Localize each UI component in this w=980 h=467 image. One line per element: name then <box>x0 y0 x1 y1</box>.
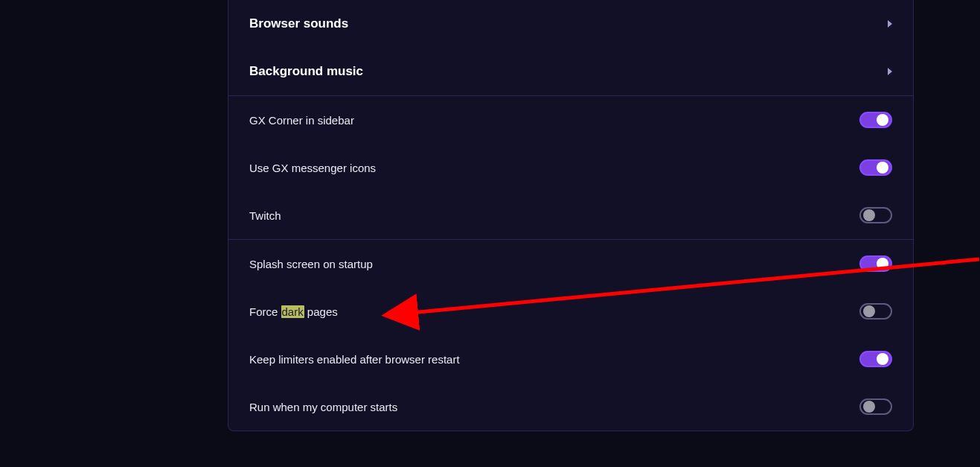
force-dark-toggle[interactable] <box>859 303 892 320</box>
background-music-header[interactable]: Background music <box>228 48 913 95</box>
startup-section: Splash screen on startup Force dark page… <box>228 239 913 431</box>
twitch-row: Twitch <box>228 191 913 239</box>
browser-sounds-label: Browser sounds <box>249 16 348 31</box>
run-startup-label: Run when my computer starts <box>249 401 397 413</box>
gx-msg-label: Use GX messenger icons <box>249 162 376 174</box>
twitch-label: Twitch <box>249 209 281 222</box>
gx-corner-label: GX Corner in sidebar <box>249 114 354 127</box>
force-dark-row: Force dark pages <box>228 287 913 335</box>
chevron-right-icon <box>888 20 892 28</box>
splash-toggle[interactable] <box>859 255 892 272</box>
splash-label: Splash screen on startup <box>249 258 373 270</box>
expand-section: Browser sounds Background music <box>228 0 913 95</box>
force-dark-prefix: Force <box>249 305 281 318</box>
background-music-label: Background music <box>249 64 363 79</box>
browser-sounds-header[interactable]: Browser sounds <box>228 0 913 48</box>
force-dark-label: Force dark pages <box>249 305 338 318</box>
run-startup-toggle[interactable] <box>859 398 892 415</box>
force-dark-suffix: pages <box>304 305 338 318</box>
force-dark-highlight: dark <box>281 305 304 318</box>
settings-panel: Browser sounds Background music GX Corne… <box>228 0 914 431</box>
keep-limiters-toggle[interactable] <box>859 351 892 367</box>
gx-msg-toggle[interactable] <box>859 159 892 176</box>
gx-section: GX Corner in sidebar Use GX messenger ic… <box>228 95 913 239</box>
gx-corner-toggle[interactable] <box>859 112 892 128</box>
chevron-right-icon <box>888 68 892 75</box>
gx-msg-row: Use GX messenger icons <box>228 144 913 191</box>
keep-limiters-label: Keep limiters enabled after browser rest… <box>249 353 460 366</box>
gx-corner-row: GX Corner in sidebar <box>228 96 913 144</box>
keep-limiters-row: Keep limiters enabled after browser rest… <box>228 335 913 383</box>
splash-row: Splash screen on startup <box>228 240 913 287</box>
run-startup-row: Run when my computer starts <box>228 383 913 431</box>
twitch-toggle[interactable] <box>859 207 892 223</box>
